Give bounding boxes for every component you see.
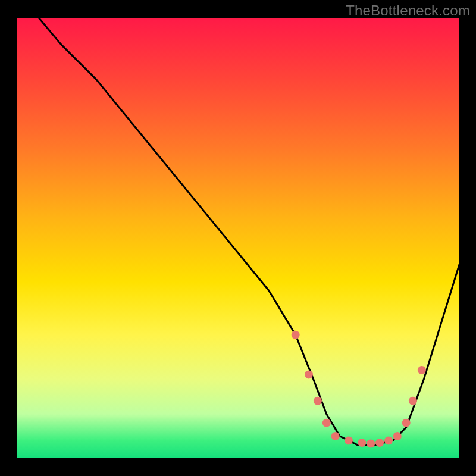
- curve-marker: [409, 397, 417, 405]
- watermark-text: TheBottleneck.com: [346, 2, 470, 19]
- curve-marker: [402, 419, 411, 427]
- curve-marker: [358, 439, 366, 447]
- curve-marker: [314, 397, 322, 405]
- curve-marker: [367, 440, 375, 448]
- chart-canvas: [0, 0, 476, 476]
- curve-marker: [384, 436, 393, 444]
- curve-marker: [418, 366, 426, 374]
- curve-marker: [393, 432, 402, 440]
- curve-marker: [331, 432, 340, 440]
- curve-marker: [305, 370, 313, 378]
- curve-marker: [375, 439, 384, 447]
- curve-marker: [322, 419, 331, 427]
- gradient-background: [17, 18, 459, 458]
- chart-root: TheBottleneck.com: [0, 0, 476, 476]
- curve-marker: [292, 331, 300, 339]
- curve-marker: [345, 436, 353, 444]
